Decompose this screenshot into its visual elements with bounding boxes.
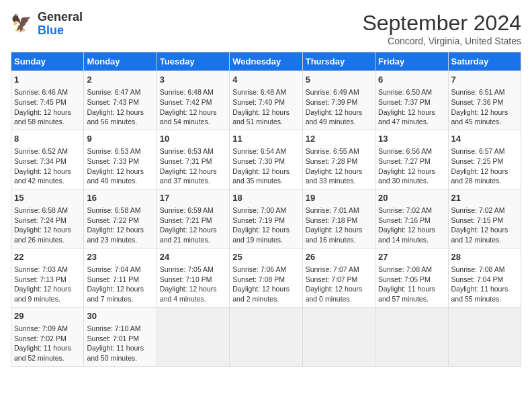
sunset-text: Sunset: 7:27 PM: [378, 157, 431, 165]
daylight-text: Daylight: 12 hours and 30 minutes.: [378, 167, 435, 185]
sunrise-text: Sunrise: 6:59 AM: [160, 206, 214, 214]
daylight-text: Daylight: 12 hours and 26 minutes.: [14, 226, 71, 244]
sunrise-text: Sunrise: 6:50 AM: [378, 88, 432, 96]
sunset-text: Sunset: 7:10 PM: [160, 275, 212, 283]
logo-text: General Blue: [38, 11, 83, 38]
sunset-text: Sunset: 7:01 PM: [87, 334, 139, 342]
calendar-cell: [302, 307, 375, 366]
sunrise-text: Sunrise: 6:52 AM: [14, 147, 68, 155]
calendar-cell: 14Sunrise: 6:57 AMSunset: 7:25 PMDayligh…: [448, 130, 521, 189]
calendar-cell: 10Sunrise: 6:53 AMSunset: 7:31 PMDayligh…: [157, 130, 229, 189]
calendar-cell: [230, 307, 302, 366]
weekday-header-cell: Wednesday: [230, 52, 302, 71]
calendar-cell: 26Sunrise: 7:07 AMSunset: 7:07 PMDayligh…: [302, 248, 375, 307]
sunset-text: Sunset: 7:13 PM: [14, 275, 66, 283]
calendar-cell: 8Sunrise: 6:52 AMSunset: 7:34 PMDaylight…: [11, 130, 84, 189]
calendar-cell: 11Sunrise: 6:54 AMSunset: 7:30 PMDayligh…: [230, 130, 302, 189]
sunset-text: Sunset: 7:24 PM: [14, 216, 66, 224]
page-header: 🦅 General Blue September 2024 Concord, V…: [11, 11, 521, 46]
sunrise-text: Sunrise: 6:56 AM: [378, 147, 432, 155]
calendar-cell: 4Sunrise: 6:48 AMSunset: 7:40 PMDaylight…: [230, 71, 302, 130]
weekday-header-cell: Saturday: [448, 52, 521, 71]
daylight-text: Daylight: 12 hours and 16 minutes.: [306, 226, 363, 244]
day-number: 19: [306, 192, 372, 204]
weekday-header-cell: Thursday: [302, 52, 375, 71]
weekday-header-row: SundayMondayTuesdayWednesdayThursdayFrid…: [11, 52, 521, 71]
sunrise-text: Sunrise: 6:53 AM: [160, 147, 214, 155]
daylight-text: Daylight: 12 hours and 58 minutes.: [14, 108, 71, 126]
day-number: 23: [87, 251, 153, 263]
calendar-table: SundayMondayTuesdayWednesdayThursdayFrid…: [11, 52, 521, 367]
calendar-subtitle: Concord, Virginia, United States: [362, 36, 521, 46]
day-number: 5: [306, 74, 372, 86]
day-number: 27: [378, 251, 445, 263]
sunrise-text: Sunrise: 7:08 AM: [451, 265, 505, 273]
sunset-text: Sunset: 7:25 PM: [451, 157, 504, 165]
sunset-text: Sunset: 7:28 PM: [306, 157, 358, 165]
daylight-text: Daylight: 12 hours and 35 minutes.: [232, 167, 290, 185]
calendar-cell: 15Sunrise: 6:58 AMSunset: 7:24 PMDayligh…: [11, 189, 84, 248]
sunset-text: Sunset: 7:39 PM: [306, 98, 358, 106]
calendar-cell: 3Sunrise: 6:48 AMSunset: 7:42 PMDaylight…: [157, 71, 229, 130]
calendar-cell: 24Sunrise: 7:05 AMSunset: 7:10 PMDayligh…: [157, 248, 229, 307]
daylight-text: Daylight: 12 hours and 9 minutes.: [14, 285, 71, 303]
day-number: 24: [160, 251, 226, 263]
sunrise-text: Sunrise: 6:54 AM: [232, 147, 286, 155]
daylight-text: Daylight: 12 hours and 14 minutes.: [378, 226, 435, 244]
logo-icon: 🦅: [11, 12, 35, 36]
sunrise-text: Sunrise: 6:51 AM: [451, 88, 505, 96]
day-number: 29: [14, 310, 81, 322]
day-number: 28: [451, 251, 518, 263]
daylight-text: Daylight: 12 hours and 33 minutes.: [306, 167, 363, 185]
logo: 🦅 General Blue: [11, 11, 83, 38]
day-number: 13: [378, 133, 445, 145]
day-number: 15: [14, 192, 81, 204]
sunset-text: Sunset: 7:34 PM: [14, 157, 66, 165]
sunrise-text: Sunrise: 7:06 AM: [232, 265, 286, 273]
sunrise-text: Sunrise: 6:47 AM: [87, 88, 140, 96]
day-number: 4: [232, 74, 299, 86]
daylight-text: Daylight: 12 hours and 47 minutes.: [378, 108, 435, 126]
calendar-week-row: 1Sunrise: 6:46 AMSunset: 7:45 PMDaylight…: [11, 71, 521, 130]
calendar-cell: 25Sunrise: 7:06 AMSunset: 7:08 PMDayligh…: [230, 248, 302, 307]
calendar-cell: [375, 307, 448, 366]
sunrise-text: Sunrise: 6:58 AM: [14, 206, 68, 214]
sunrise-text: Sunrise: 7:09 AM: [14, 324, 68, 332]
sunset-text: Sunset: 7:33 PM: [87, 157, 139, 165]
day-number: 17: [160, 192, 226, 204]
day-number: 1: [14, 74, 81, 86]
daylight-text: Daylight: 12 hours and 4 minutes.: [160, 285, 217, 303]
sunrise-text: Sunrise: 7:04 AM: [87, 265, 140, 273]
calendar-cell: 16Sunrise: 6:58 AMSunset: 7:22 PMDayligh…: [84, 189, 157, 248]
sunrise-text: Sunrise: 7:01 AM: [306, 206, 359, 214]
sunset-text: Sunset: 7:45 PM: [14, 98, 66, 106]
calendar-cell: 18Sunrise: 7:00 AMSunset: 7:19 PMDayligh…: [230, 189, 302, 248]
sunset-text: Sunset: 7:43 PM: [87, 98, 139, 106]
calendar-cell: 21Sunrise: 7:02 AMSunset: 7:15 PMDayligh…: [448, 189, 521, 248]
daylight-text: Daylight: 12 hours and 7 minutes.: [87, 285, 144, 303]
sunset-text: Sunset: 7:30 PM: [232, 157, 285, 165]
sunrise-text: Sunrise: 7:07 AM: [306, 265, 359, 273]
daylight-text: Daylight: 12 hours and 45 minutes.: [451, 108, 508, 126]
daylight-text: Daylight: 12 hours and 12 minutes.: [451, 226, 508, 244]
sunset-text: Sunset: 7:08 PM: [232, 275, 285, 283]
calendar-week-row: 15Sunrise: 6:58 AMSunset: 7:24 PMDayligh…: [11, 189, 521, 248]
calendar-week-row: 22Sunrise: 7:03 AMSunset: 7:13 PMDayligh…: [11, 248, 521, 307]
sunrise-text: Sunrise: 7:10 AM: [87, 324, 140, 332]
daylight-text: Daylight: 12 hours and 0 minutes.: [306, 285, 363, 303]
sunset-text: Sunset: 7:11 PM: [87, 275, 139, 283]
sunset-text: Sunset: 7:18 PM: [306, 216, 358, 224]
sunset-text: Sunset: 7:37 PM: [378, 98, 431, 106]
sunset-text: Sunset: 7:22 PM: [87, 216, 139, 224]
calendar-title: September 2024: [362, 11, 521, 36]
day-number: 6: [378, 74, 445, 86]
sunset-text: Sunset: 7:07 PM: [306, 275, 358, 283]
sunset-text: Sunset: 7:21 PM: [160, 216, 212, 224]
day-number: 16: [87, 192, 153, 204]
calendar-cell: 5Sunrise: 6:49 AMSunset: 7:39 PMDaylight…: [302, 71, 375, 130]
day-number: 26: [306, 251, 372, 263]
sunrise-text: Sunrise: 6:48 AM: [232, 88, 286, 96]
day-number: 3: [160, 74, 226, 86]
calendar-cell: 2Sunrise: 6:47 AMSunset: 7:43 PMDaylight…: [84, 71, 157, 130]
sunset-text: Sunset: 7:16 PM: [378, 216, 431, 224]
